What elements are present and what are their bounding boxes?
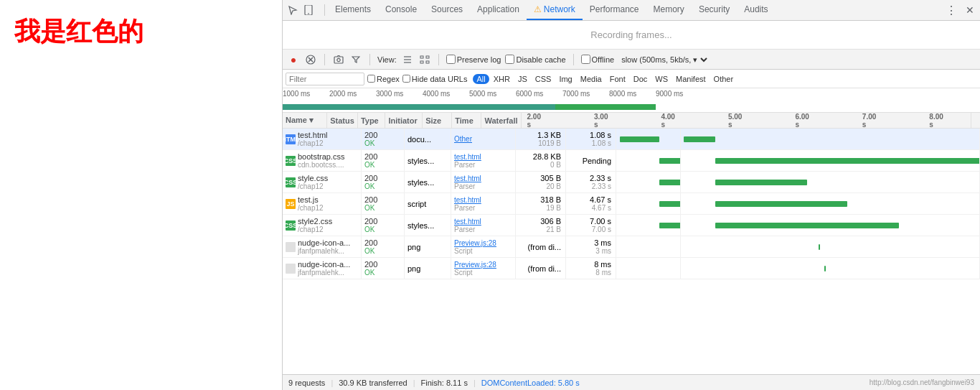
td-name-2: CSSstyle.css/chap12 bbox=[283, 172, 362, 192]
filter-type-img[interactable]: Img bbox=[555, 74, 575, 84]
wf-label-4: 6.00 s bbox=[795, 113, 809, 129]
wf-label-1: 3.00 s bbox=[594, 113, 608, 129]
tab-memory[interactable]: Memory bbox=[646, 0, 692, 20]
filter-type-xhr[interactable]: XHR bbox=[490, 74, 514, 84]
table-row[interactable]: CSSbootstrap.csscdn.bootcss....200OKstyl… bbox=[283, 150, 980, 172]
file-icon-css: CSS bbox=[286, 177, 296, 187]
th-type[interactable]: Type bbox=[358, 113, 386, 128]
record-button[interactable]: ● bbox=[287, 53, 300, 66]
filter-type-js[interactable]: JS bbox=[514, 74, 531, 84]
td-name-4: CSSstyle2.css/chap12 bbox=[283, 215, 362, 236]
clear-button[interactable] bbox=[304, 53, 317, 66]
disable-cache-checkbox[interactable] bbox=[505, 55, 514, 64]
recording-text: Recording frames... bbox=[590, 29, 672, 40]
hide-data-urls-label[interactable]: Hide data URLs bbox=[402, 75, 468, 83]
td-initiator-1: test.htmlParser bbox=[451, 150, 516, 171]
timeline-label-0: 1000 ms bbox=[283, 90, 310, 98]
view-list-button[interactable] bbox=[401, 53, 414, 66]
td-waterfall-3 bbox=[616, 193, 681, 214]
td-initiator-6: Preview.js:28Script bbox=[451, 258, 516, 279]
nt-divider1 bbox=[324, 54, 325, 65]
tab-sources[interactable]: Sources bbox=[424, 0, 470, 20]
file-icon-css: CSS bbox=[286, 220, 296, 231]
filter-type-all[interactable]: All bbox=[473, 74, 489, 84]
tab-network[interactable]: ⚠ Network bbox=[527, 0, 583, 20]
mobile-icon[interactable] bbox=[301, 3, 316, 17]
offline-label[interactable]: Offline bbox=[581, 55, 615, 64]
table-row[interactable]: HTMLtest.html/chap12200OKdocu...Other1.3… bbox=[283, 129, 980, 150]
offline-checkbox[interactable] bbox=[581, 55, 590, 64]
tab-performance[interactable]: Performance bbox=[583, 0, 646, 20]
network-toolbar: ● View: Preserve log Disable cache bbox=[283, 50, 980, 70]
tab-console[interactable]: Console bbox=[378, 0, 424, 20]
filter-type-ws[interactable]: WS bbox=[651, 74, 672, 84]
filter-type-css[interactable]: CSS bbox=[532, 74, 555, 84]
timeline-blue-bar bbox=[283, 104, 555, 110]
tab-security[interactable]: Security bbox=[692, 0, 737, 20]
timeline-label-5: 6000 ms bbox=[516, 90, 543, 98]
th-size[interactable]: Size bbox=[423, 113, 452, 128]
svg-rect-12 bbox=[420, 61, 423, 63]
nt-divider4 bbox=[573, 54, 574, 65]
tab-application[interactable]: Application bbox=[470, 0, 527, 20]
td-timeline-5 bbox=[681, 236, 980, 257]
filter-type-manifest[interactable]: Manifest bbox=[672, 74, 710, 84]
td-initiator-3: test.htmlParser bbox=[451, 193, 516, 214]
wf-label-2: 4.00 s bbox=[661, 113, 674, 129]
th-time[interactable]: Time bbox=[452, 113, 481, 128]
td-status-5: 200OK bbox=[362, 236, 405, 257]
td-time-4: 7.00 s7.00 s bbox=[566, 215, 616, 236]
th-waterfall[interactable]: Waterfall bbox=[481, 113, 521, 128]
svg-rect-5 bbox=[334, 57, 343, 63]
table-row[interactable]: CSSstyle2.css/chap12200OKstyles...test.h… bbox=[283, 215, 980, 236]
th-status[interactable]: Status bbox=[327, 113, 358, 128]
preserve-log-checkbox[interactable] bbox=[446, 55, 456, 64]
td-time-6: 8 ms8 ms bbox=[566, 258, 616, 279]
th-name[interactable]: Name ▾ bbox=[283, 113, 327, 128]
toolbar-divider bbox=[324, 4, 325, 16]
filter-type-media[interactable]: Media bbox=[577, 74, 606, 84]
wf-label-6: 8.00 s bbox=[929, 113, 943, 129]
hide-data-urls-checkbox[interactable] bbox=[402, 75, 410, 83]
dom-content-loaded: DOMContentLoaded: 5.80 s bbox=[481, 379, 580, 387]
table-container: Name ▾ Status Type Initiator Size Time W… bbox=[283, 113, 980, 374]
filter-icon-button[interactable] bbox=[349, 53, 362, 66]
cursor-icon[interactable] bbox=[286, 3, 300, 17]
td-initiator-5: Preview.js:28Script bbox=[451, 236, 516, 257]
file-icon-css: CSS bbox=[286, 156, 296, 166]
timeline-label-3: 4000 ms bbox=[423, 90, 450, 98]
timeline-label-7: 8000 ms bbox=[609, 90, 636, 98]
td-status-0: 200OK bbox=[362, 129, 405, 149]
regex-label[interactable]: Regex bbox=[367, 75, 400, 83]
td-waterfall-0 bbox=[616, 129, 681, 149]
table-row[interactable]: CSSstyle.css/chap12200OKstyles...test.ht… bbox=[283, 172, 980, 193]
td-name-6: nudge-icon-a...jfanfpmalehk... bbox=[283, 258, 362, 279]
close-devtools-button[interactable]: ✕ bbox=[963, 3, 977, 17]
filter-type-doc[interactable]: Doc bbox=[630, 74, 651, 84]
table-row[interactable]: nudge-icon-a...jfanfpmalehk...200OKpngPr… bbox=[283, 258, 980, 279]
capture-screenshots-button[interactable] bbox=[332, 53, 345, 66]
td-type-4: styles... bbox=[405, 215, 451, 236]
tab-audits[interactable]: Audits bbox=[737, 0, 775, 20]
timeline-label-8: 9000 ms bbox=[656, 90, 683, 98]
tab-elements[interactable]: Elements bbox=[328, 0, 378, 20]
disable-cache-label[interactable]: Disable cache bbox=[505, 55, 565, 64]
th-initiator[interactable]: Initiator bbox=[385, 113, 423, 128]
filter-type-other[interactable]: Other bbox=[710, 74, 738, 84]
file-icon-js: JS bbox=[286, 199, 296, 209]
filter-input[interactable] bbox=[286, 73, 364, 85]
td-time-2: 2.33 s2.33 s bbox=[566, 172, 616, 192]
regex-checkbox[interactable] bbox=[367, 75, 375, 83]
td-size-1: 28.8 KB0 B bbox=[516, 150, 566, 171]
filter-type-font[interactable]: Font bbox=[606, 74, 629, 84]
table-row[interactable]: nudge-icon-a...jfanfpmalehk...200OKpngPr… bbox=[283, 236, 980, 258]
view-tree-button[interactable] bbox=[418, 53, 431, 66]
more-tabs-button[interactable]: ⋮ bbox=[943, 1, 960, 19]
table-row[interactable]: JStest.js/chap12200OKscripttest.htmlPars… bbox=[283, 193, 980, 215]
preserve-log-label[interactable]: Preserve log bbox=[446, 55, 501, 64]
td-size-0: 1.3 KB1019 B bbox=[516, 129, 566, 149]
throttle-select[interactable]: slow (500ms, 5kb/s, ▾ No throttling Fast… bbox=[618, 55, 710, 65]
page-area: 我是红色的 bbox=[0, 0, 282, 390]
wf-label-5: 7.00 s bbox=[862, 113, 876, 129]
td-initiator-0: Other bbox=[451, 129, 516, 149]
